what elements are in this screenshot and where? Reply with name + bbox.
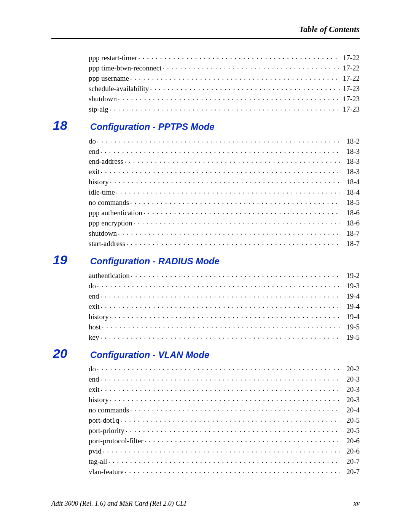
toc-leader bbox=[100, 146, 340, 154]
toc-item-page: 17-23 bbox=[341, 95, 360, 102]
toc-item-label: exit bbox=[89, 303, 100, 310]
toc-item-page: 20-3 bbox=[341, 375, 360, 383]
toc-item[interactable]: no commands20-4 bbox=[89, 404, 360, 414]
toc-item-page: 18-4 bbox=[341, 189, 360, 196]
toc-item-label: do bbox=[89, 137, 97, 145]
toc-item[interactable]: tag-all20-7 bbox=[89, 455, 360, 466]
toc-item[interactable]: authentication19-2 bbox=[89, 270, 360, 280]
toc-leader bbox=[100, 291, 340, 299]
chapter-20-block: 20 Configuration - VLAN Mode do20-2 end2… bbox=[51, 346, 360, 476]
toc-item[interactable]: exit18-3 bbox=[89, 166, 360, 176]
toc-item-label: port-protocol-filter bbox=[89, 437, 144, 444]
toc-leader bbox=[124, 157, 340, 164]
toc-item[interactable]: port-protocol-filter20-6 bbox=[89, 435, 360, 445]
toc-item[interactable]: ppp authentication18-6 bbox=[89, 207, 360, 217]
footer-folio: xv bbox=[354, 500, 360, 508]
toc-item[interactable]: shutdown18-7 bbox=[89, 227, 360, 238]
toc-item-label: history bbox=[89, 396, 110, 403]
toc-item[interactable]: host19-5 bbox=[89, 321, 360, 331]
toc-item[interactable]: ppp username 17-22 bbox=[89, 72, 360, 83]
running-head: Table of Contents bbox=[51, 24, 360, 34]
toc-item-page: 17-23 bbox=[341, 85, 360, 92]
toc-list: authentication19-2 do19-3 end19-4 exit19… bbox=[89, 270, 360, 342]
toc-item[interactable]: history18-4 bbox=[89, 176, 360, 186]
toc-leader bbox=[138, 53, 340, 60]
toc-item[interactable]: end20-3 bbox=[89, 373, 360, 383]
toc-item[interactable]: port-dot1q20-5 bbox=[89, 414, 360, 425]
toc-item-page: 17-22 bbox=[341, 54, 360, 61]
toc-leader bbox=[100, 374, 340, 382]
toc-item-label: key bbox=[89, 334, 100, 341]
toc-continuation-block: ppp restart-timer 17-22 ppp time-btwn-re… bbox=[51, 52, 360, 113]
toc-leader bbox=[130, 405, 340, 412]
chapter-18-block: 18 Configuration - PPTPS Mode do18-2 end… bbox=[51, 118, 360, 248]
toc-item[interactable]: key19-5 bbox=[89, 331, 360, 342]
toc-leader bbox=[97, 364, 340, 372]
toc-item[interactable]: ppp encryption18-6 bbox=[89, 217, 360, 227]
toc-item-label: history bbox=[89, 313, 110, 320]
toc-item-page: 17-22 bbox=[341, 64, 360, 72]
toc-item-page: 20-4 bbox=[341, 406, 360, 414]
toc-list: do20-2 end20-3 exit20-3 history20-3 no c… bbox=[89, 363, 360, 476]
toc-item-page: 20-3 bbox=[341, 386, 360, 393]
toc-leader bbox=[145, 436, 340, 443]
toc-item-label: ppp username bbox=[89, 75, 130, 82]
toc-item[interactable]: exit20-3 bbox=[89, 383, 360, 394]
toc-leader bbox=[116, 187, 340, 195]
toc-item[interactable]: do19-3 bbox=[89, 280, 360, 290]
toc-leader bbox=[125, 466, 340, 474]
toc-item[interactable]: do20-2 bbox=[89, 363, 360, 374]
toc-item-page: 17-23 bbox=[341, 105, 360, 113]
toc-item-page: 20-3 bbox=[341, 396, 360, 403]
toc-item-label: start-address bbox=[89, 240, 126, 247]
toc-leader bbox=[97, 281, 340, 288]
toc-item-page: 17-22 bbox=[341, 75, 360, 82]
toc-item-page: 19-4 bbox=[341, 292, 360, 300]
toc-item[interactable]: shutdown 17-23 bbox=[89, 93, 360, 103]
chapter-row[interactable]: 20 Configuration - VLAN Mode bbox=[51, 346, 360, 361]
toc-leader bbox=[131, 270, 340, 278]
toc-item-page: 20-5 bbox=[341, 417, 360, 424]
toc-item[interactable]: port-priority20-5 bbox=[89, 425, 360, 435]
chapter-title: Configuration - PPTPS Mode bbox=[90, 121, 215, 132]
toc-item-label: idle-time bbox=[89, 189, 116, 196]
toc-leader bbox=[163, 63, 340, 70]
chapter-row[interactable]: 18 Configuration - PPTPS Mode bbox=[51, 118, 360, 133]
toc-item[interactable]: end-address18-3 bbox=[89, 156, 360, 166]
toc-item-page: 20-6 bbox=[341, 447, 360, 455]
toc-leader bbox=[118, 94, 340, 101]
running-head-rule bbox=[51, 38, 360, 39]
toc-item-page: 19-5 bbox=[341, 334, 360, 341]
toc-item[interactable]: ppp restart-timer 17-22 bbox=[89, 52, 360, 62]
toc-item[interactable]: history19-4 bbox=[89, 311, 360, 321]
toc-item[interactable]: history20-3 bbox=[89, 394, 360, 404]
toc-item-label: exit bbox=[89, 168, 100, 175]
toc-item-page: 20-7 bbox=[341, 458, 360, 465]
toc-item[interactable]: no commands18-5 bbox=[89, 197, 360, 207]
toc-item-label: ppp time-btwn-reconnect bbox=[89, 64, 162, 72]
toc-item[interactable]: sip-alg 17-23 bbox=[89, 103, 360, 113]
toc-item-page: 19-5 bbox=[341, 323, 360, 331]
toc-leader bbox=[126, 238, 340, 246]
toc-item-label: end-address bbox=[89, 158, 124, 165]
toc-item[interactable]: idle-time18-4 bbox=[89, 186, 360, 197]
chapter-19-block: 19 Configuration - RADIUS Mode authentic… bbox=[51, 252, 360, 342]
toc-item[interactable]: end19-4 bbox=[89, 290, 360, 300]
chapter-row[interactable]: 19 Configuration - RADIUS Mode bbox=[51, 252, 360, 267]
toc-item-label: no commands bbox=[89, 406, 130, 414]
toc-leader bbox=[110, 395, 340, 402]
toc-item[interactable]: vlan-feature20-7 bbox=[89, 466, 360, 476]
toc-item[interactable]: schedule-availability 17-23 bbox=[89, 83, 360, 93]
toc-item[interactable]: pvid20-6 bbox=[89, 445, 360, 455]
toc-leader bbox=[118, 228, 340, 236]
toc-leader bbox=[102, 322, 340, 329]
toc-leader bbox=[100, 332, 340, 340]
toc-item[interactable]: do18-2 bbox=[89, 135, 360, 145]
toc-item[interactable]: exit19-4 bbox=[89, 300, 360, 311]
toc-item[interactable]: end18-3 bbox=[89, 145, 360, 156]
toc-leader bbox=[130, 197, 340, 205]
toc-item[interactable]: ppp time-btwn-reconnect 17-22 bbox=[89, 62, 360, 72]
toc-item[interactable]: start-address18-7 bbox=[89, 238, 360, 248]
toc-item-page: 19-3 bbox=[341, 282, 360, 289]
toc-leader bbox=[150, 83, 340, 91]
